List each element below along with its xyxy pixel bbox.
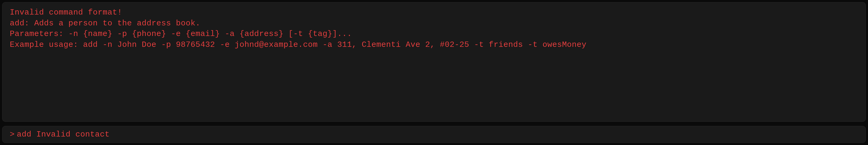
example-line: Example usage: add -n John Doe -p 987654… bbox=[10, 40, 586, 49]
result-display-panel: Invalid command format! add: Adds a pers… bbox=[2, 2, 866, 122]
result-text: Invalid command format! add: Adds a pers… bbox=[10, 7, 858, 50]
error-header-line: Invalid command format! bbox=[10, 8, 122, 17]
prompt-symbol: > bbox=[10, 130, 15, 138]
command-input-panel[interactable]: > bbox=[2, 126, 866, 143]
command-input[interactable] bbox=[17, 130, 858, 139]
command-description-line: add: Adds a person to the address book. bbox=[10, 19, 200, 28]
parameters-line: Parameters: -n {name} -p {phone} -e {ema… bbox=[10, 29, 352, 38]
